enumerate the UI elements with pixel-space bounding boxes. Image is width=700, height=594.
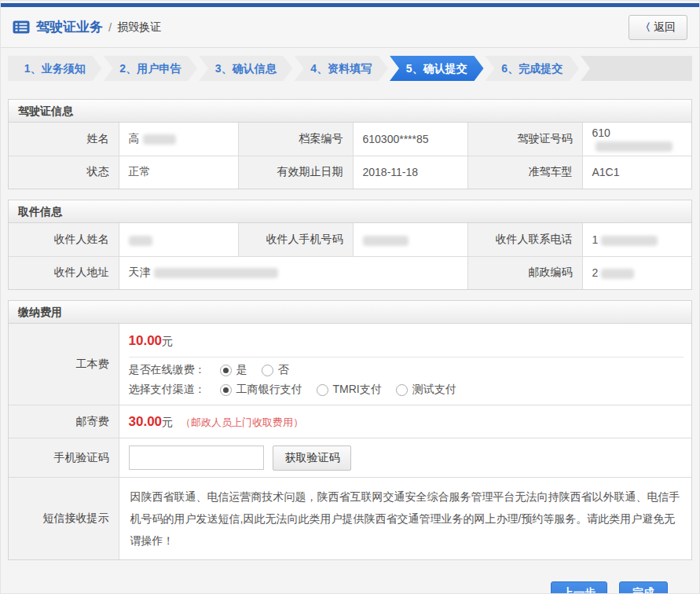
status-label: 状态	[9, 156, 119, 189]
name-value: 高	[119, 123, 238, 156]
back-button-label: 返回	[654, 20, 676, 35]
step-bar-filler	[581, 56, 692, 81]
breadcrumb-divider: /	[108, 20, 112, 34]
mail-fee-unit: 元	[162, 416, 173, 428]
redacted-name	[143, 134, 176, 145]
license-info-table: 姓名 高 档案编号 610300****85 驾驶证号码 610 状态 正常 有…	[9, 123, 691, 189]
table-row: 手机验证码 获取验证码	[9, 438, 691, 478]
production-fee-cell: 10.00元 是否在线缴费： 是 否 选择支付渠道： 工商银行支付 TMRI支付	[119, 324, 691, 405]
channel-test-label[interactable]: 测试支付	[412, 383, 456, 397]
valid-until-value: 2018-11-18	[353, 156, 467, 189]
recipient-phone-label: 收件人联系电话	[467, 223, 582, 256]
file-number-label: 档案编号	[238, 123, 353, 156]
radio-online-yes[interactable]	[220, 365, 232, 376]
redacted-recipient-name	[129, 236, 152, 246]
vehicle-type-label: 准驾车型	[467, 156, 582, 189]
radio-channel-tmri[interactable]	[317, 384, 328, 396]
recipient-name-value	[119, 223, 238, 256]
pickup-info-table: 收件人姓名 收件人手机号码 收件人联系电话 1 收件人地址 天津 邮政编码 2	[9, 223, 691, 289]
table-row: 姓名 高 档案编号 610300****85 驾驶证号码 610	[9, 123, 691, 156]
step-5-confirm-submit-active[interactable]: 5、确认提交	[390, 56, 484, 81]
form-list-icon	[13, 20, 30, 34]
pickup-section-title: 取件信息	[9, 200, 691, 223]
fee-table: 工本费 10.00元 是否在线缴费： 是 否 选择支付渠道： 工商银行支付	[9, 324, 691, 559]
name-label: 姓名	[9, 123, 119, 156]
finish-button[interactable]: 完成	[619, 581, 668, 594]
postcode-label: 邮政编码	[467, 256, 582, 289]
pay-channel-row: 选择支付渠道： 工商银行支付 TMRI支付 测试支付	[119, 377, 692, 405]
production-fee-unit: 元	[162, 335, 173, 347]
table-row: 状态 正常 有效期止日期 2018-11-18 准驾车型 A1C1	[9, 156, 691, 189]
back-chevron-icon: 〈	[640, 20, 651, 35]
license-info-section: 驾驶证信息 姓名 高 档案编号 610300****85 驾驶证号码 610 状…	[8, 99, 692, 189]
online-pay-question: 是否在线缴费：	[129, 363, 206, 377]
recipient-mobile-label: 收件人手机号码	[238, 223, 353, 256]
page-header: 驾驶证业务 / 损毁换证 〈 返回	[1, 7, 699, 48]
redacted-license-number	[596, 141, 673, 152]
radio-channel-test[interactable]	[396, 384, 408, 396]
recipient-name-label: 收件人姓名	[9, 223, 119, 256]
table-row: 收件人地址 天津 邮政编码 2	[9, 256, 691, 289]
channel-tmri-label[interactable]: TMRI支付	[333, 383, 382, 397]
vehicle-type-value: A1C1	[582, 156, 691, 189]
footer-actions: 上一步 完成	[1, 570, 699, 594]
postcode-value: 2	[582, 256, 691, 289]
captcha-label: 手机验证码	[9, 438, 119, 478]
license-section-title: 驾驶证信息	[9, 100, 691, 123]
production-fee-label: 工本费	[9, 324, 119, 405]
sms-notice-text: 因陕西省联通、电信运营商技术问题，陕西省互联网交通安全综合服务管理平台无法向持陕…	[119, 478, 691, 560]
sms-notice-label: 短信接收提示	[9, 478, 119, 560]
mail-fee-label: 邮寄费	[9, 405, 119, 438]
mail-fee-number: 30.00	[129, 414, 163, 429]
get-captcha-button[interactable]: 获取验证码	[273, 446, 351, 471]
table-row: 工本费 10.00元 是否在线缴费： 是 否 选择支付渠道： 工商银行支付	[9, 324, 691, 405]
pay-channel-question: 选择支付渠道：	[129, 383, 206, 397]
page-title: 驾驶证业务	[36, 18, 103, 36]
mail-fee-note: （邮政人员上门收取费用）	[181, 416, 303, 428]
recipient-mobile-value	[353, 223, 467, 256]
production-fee-amount: 10.00元	[119, 324, 692, 357]
captcha-cell: 获取验证码	[119, 438, 691, 478]
mail-fee-cell: 30.00元 （邮政人员上门收取费用）	[119, 405, 691, 438]
license-number-label: 驾驶证号码	[467, 123, 582, 156]
back-button[interactable]: 〈 返回	[629, 15, 687, 40]
valid-until-label: 有效期止日期	[238, 156, 353, 189]
previous-step-button[interactable]: 上一步	[551, 581, 607, 594]
production-fee-number: 10.00	[129, 333, 163, 348]
pickup-info-section: 取件信息 收件人姓名 收件人手机号码 收件人联系电话 1 收件人地址 天津 邮政…	[8, 200, 692, 290]
recipient-address-value: 天津	[119, 256, 467, 289]
online-pay-row: 是否在线缴费： 是 否	[119, 358, 692, 377]
fee-section-title: 缴纳费用	[9, 301, 691, 324]
file-number-value: 610300****85	[353, 123, 467, 156]
step-1-business-notice[interactable]: 1、业务须知	[8, 56, 102, 81]
online-yes-label[interactable]: 是	[236, 363, 247, 377]
table-row: 邮寄费 30.00元 （邮政人员上门收取费用）	[9, 405, 691, 438]
step-4-fill-data[interactable]: 4、资料填写	[295, 56, 389, 81]
recipient-phone-value: 1	[582, 223, 691, 256]
redacted-recipient-address	[154, 268, 278, 278]
table-row: 短信接收提示 因陕西省联通、电信运营商技术问题，陕西省互联网交通安全综合服务管理…	[9, 478, 691, 560]
captcha-input[interactable]	[129, 446, 264, 470]
channel-icbc-label[interactable]: 工商银行支付	[236, 383, 302, 397]
fee-section: 缴纳费用 工本费 10.00元 是否在线缴费： 是 否 选择支付渠道：	[8, 300, 692, 560]
recipient-address-label: 收件人地址	[9, 256, 119, 289]
redacted-recipient-mobile	[363, 236, 409, 246]
step-6-finish-submit[interactable]: 6、完成提交	[486, 56, 580, 81]
table-row: 收件人姓名 收件人手机号码 收件人联系电话 1	[9, 223, 691, 256]
radio-online-no[interactable]	[262, 365, 273, 376]
step-2-user-declaration[interactable]: 2、用户申告	[104, 56, 198, 81]
radio-channel-icbc[interactable]	[220, 384, 232, 396]
step-wizard: 1、业务须知 2、用户申告 3、确认信息 4、资料填写 5、确认提交 6、完成提…	[8, 56, 692, 81]
page: { "header": { "title": "驾驶证业务", "divider…	[0, 0, 700, 594]
redacted-recipient-phone	[601, 236, 658, 246]
status-value: 正常	[119, 156, 238, 189]
online-no-label[interactable]: 否	[278, 363, 289, 377]
step-3-confirm-info[interactable]: 3、确认信息	[199, 56, 293, 81]
license-number-value: 610	[582, 123, 691, 156]
redacted-postcode	[601, 269, 634, 279]
breadcrumb-current: 损毁换证	[117, 20, 161, 35]
